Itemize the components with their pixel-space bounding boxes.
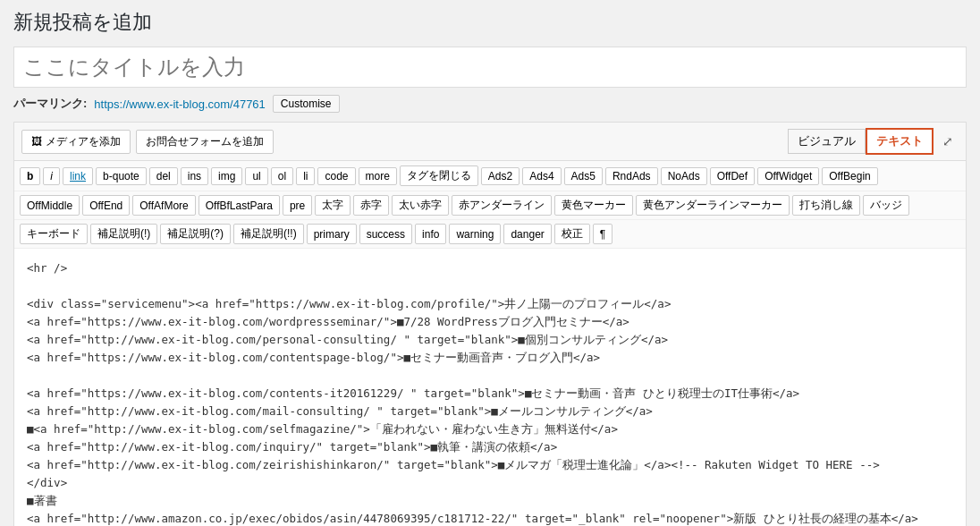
editor-wrapper: 🖼 メディアを添加 お問合せフォームを追加 ビジュアル テキスト ⤢ bilin… [13,122,967,526]
format-btn-ins[interactable]: ins [181,167,208,185]
format-btn-b[interactable]: b [20,167,40,185]
format-btn--------[interactable]: 補足説明(!) [90,224,157,244]
format-btn--------[interactable]: 補足説明(?) [160,224,231,244]
format-btn-offbegin[interactable]: OffBegin [822,167,877,185]
format-btn-ads2[interactable]: Ads2 [481,167,520,185]
format-btn-offend[interactable]: OffEnd [82,195,130,216]
permalink-url: https://www.ex-it-blog.com/47761 [94,98,265,111]
format-btn---[interactable]: 校正 [554,224,590,244]
format-btn-li[interactable]: li [296,167,315,185]
format-btn-ol[interactable]: ol [271,167,293,185]
format-btn-warning[interactable]: warning [449,224,501,244]
editor-content[interactable]: <hr /> <div class="servicemenu"><a href=… [14,249,966,526]
format-btn-------[interactable]: 黄色マーカー [554,195,633,216]
format-btn-offbflastpara[interactable]: OffBfLastPara [199,195,280,216]
format-btn-offmiddle[interactable]: OffMiddle [20,195,80,216]
format-btn-offdef[interactable]: OffDef [710,167,755,185]
add-form-button[interactable]: お問合せフォームを追加 [136,130,274,154]
format-btn-link[interactable]: link [63,167,93,185]
format-btn------[interactable]: キーボード [20,224,88,244]
post-title-input[interactable] [13,47,967,88]
format-btn-----[interactable]: 太い赤字 [392,195,449,216]
format-btn-b-quote[interactable]: b-quote [96,167,147,185]
format-btn-primary[interactable]: primary [307,224,357,244]
formatting-row-3: キーボード補足説明(!)補足説明(?)補足説明(!!)primarysucces… [14,220,966,249]
format-btn-info[interactable]: info [415,224,446,244]
format-btn--------------[interactable]: 黄色アンダーラインマーカー [636,195,790,216]
fullscreen-button[interactable]: ⤢ [937,132,959,150]
format-btn-ads5[interactable]: Ads5 [564,167,603,185]
tab-visual[interactable]: ビジュアル [788,129,866,154]
format-btn-i[interactable]: i [43,167,60,185]
permalink-label: パーマリンク: [13,96,87,112]
toolbar-right: ビジュアル テキスト ⤢ [788,128,959,155]
format-btn---[interactable]: 太字 [315,195,351,216]
format-btn------[interactable]: 打ち消し線 [792,195,860,216]
format-btn-pre[interactable]: pre [283,195,312,216]
format-btn-code[interactable]: code [317,167,355,185]
format-btn-noads[interactable]: NoAds [661,167,707,185]
format-btn-rndads[interactable]: RndAds [605,167,658,185]
add-media-button[interactable]: 🖼 メディアを添加 [21,130,131,154]
formatting-row-2: OffMiddleOffEndOffAfMoreOffBfLastParapre… [14,191,966,220]
formatting-row-1: bilinkb-quotedelinsimgulollicodemoreタグを閉… [14,161,966,191]
media-icon: 🖼 [31,135,42,148]
format-btn-ads4[interactable]: Ads4 [522,167,561,185]
page-wrapper: 新規投稿を追加 パーマリンク: https://www.ex-it-blog.c… [0,0,980,526]
editor-toolbar-top: 🖼 メディアを添加 お問合せフォームを追加 ビジュアル テキスト ⤢ [14,123,966,161]
format-btn-more[interactable]: more [359,167,397,185]
format-btn---------[interactable]: 赤アンダーライン [452,195,552,216]
format-btn---------[interactable]: 補足説明(!!) [233,224,304,244]
permalink-row: パーマリンク: https://www.ex-it-blog.com/47761… [13,95,967,113]
format-btn----[interactable]: バッジ [863,195,909,216]
customise-button[interactable]: Customise [273,95,340,113]
format-btn--[interactable]: ¶ [593,224,612,244]
tab-text[interactable]: テキスト [866,128,934,155]
format-btn-------[interactable]: タグを閉じる [400,165,478,186]
page-title: 新規投稿を追加 [13,9,967,36]
format-btn-ul[interactable]: ul [245,167,267,185]
format-btn-danger[interactable]: danger [503,224,551,244]
format-btn-img[interactable]: img [211,167,242,185]
toolbar-left: 🖼 メディアを添加 お問合せフォームを追加 [21,130,274,154]
format-btn-offwidget[interactable]: OffWidget [757,167,819,185]
format-btn-success[interactable]: success [359,224,412,244]
format-btn---[interactable]: 赤字 [353,195,389,216]
format-btn-del[interactable]: del [149,167,178,185]
format-btn-offafmore[interactable]: OffAfMore [132,195,195,216]
